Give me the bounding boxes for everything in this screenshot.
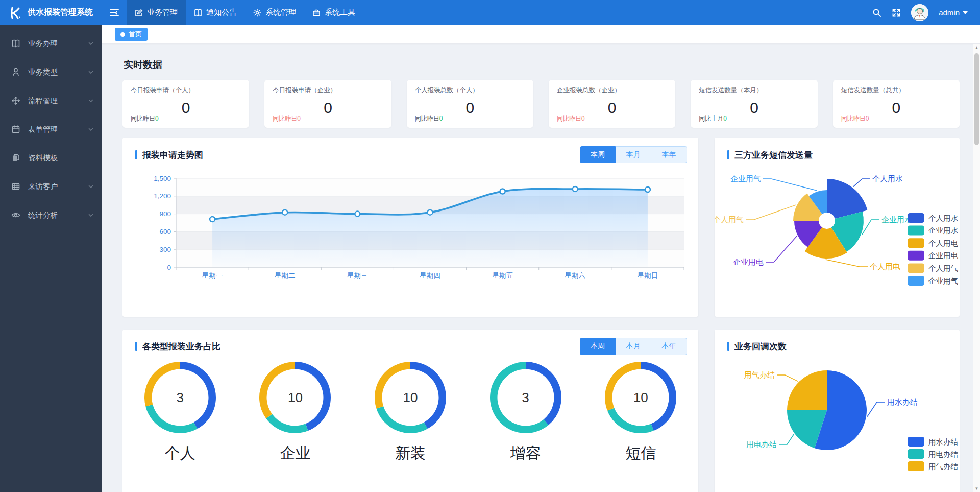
donut-enterprise: 10 企业 [257,359,333,464]
stat-card-footer: 同比昨日0 [273,114,301,123]
legend-item[interactable]: 个人用电 [908,238,959,248]
donut-label: 短信 [602,443,679,464]
title-accent-bar [727,150,729,159]
app-title: 供水报装管理系统 [28,7,93,18]
pie-callout-label: 企业用电 [733,257,764,266]
tag-home[interactable]: 首页 [115,28,148,41]
range-month-button[interactable]: 本月 [616,146,651,163]
range-week-button[interactable]: 本周 [580,338,616,355]
legend-item[interactable]: 个人用气 [908,263,958,273]
sidebar-item-business-handling[interactable]: 业务办理 [0,29,102,58]
stat-card-value: 0 [699,99,809,116]
sidebar-item-business-type[interactable]: 业务类型 [0,58,102,86]
donut-center-value: 10 [372,359,449,436]
trend-range-toggle: 本周 本月 本年 [580,146,687,163]
stat-card-label: 短信发送数量（总共） [841,86,951,95]
person-icon [11,67,20,77]
sidebar-toggle[interactable] [102,0,127,25]
scrollbar-thumb[interactable] [974,53,979,145]
sidebar-item-label: 资料模板 [28,153,58,163]
svg-text:用电办结: 用电办结 [928,450,959,458]
pie-callout-label: 个人用气 [715,215,744,224]
page-scrollbar[interactable]: ▲ ▼ [973,44,980,492]
title-accent-bar [135,150,137,159]
donut-center-value: 3 [487,359,564,436]
stat-card-value: 0 [415,99,525,116]
legend-item[interactable]: 用气办结 [908,461,959,471]
sidebar-item-label: 来访客户 [28,182,58,192]
user-menu[interactable]: admin [939,8,968,17]
stat-card-label: 企业报装总数（企业） [557,86,667,95]
tab-system-tools[interactable]: 系统工具 [304,0,363,25]
legend-item[interactable]: 用水办结 [908,437,959,447]
tab-label: 系统工具 [325,8,355,17]
legend-item[interactable]: 用电办结 [908,449,959,459]
sms-rose-chart: 个人用水企业用水个人用电企业用电个人用气企业用气个人用水企业用水个人用电企业用电… [715,169,960,317]
donut-label: 新装 [372,443,449,464]
sidebar-item-statistics[interactable]: 统计分析 [0,201,102,229]
pie-callout-label: 个人用电 [870,262,900,271]
sidebar-item-process-management[interactable]: 流程管理 [0,86,102,115]
calendar-icon [11,125,20,134]
chevron-down-icon [88,40,94,46]
range-year-button[interactable]: 本年 [651,146,687,163]
svg-text:星期一: 星期一 [202,272,223,279]
scroll-down-icon[interactable]: ▼ [973,485,980,492]
scroll-up-icon[interactable]: ▲ [973,44,980,51]
legend-item[interactable]: 企业用电 [908,251,959,261]
title-accent-bar [135,342,137,351]
stat-card-label: 今日报装申请（企业） [273,86,383,95]
caret-down-icon [963,11,968,14]
svg-text:300: 300 [159,246,171,253]
stat-card-footer: 同比昨日0 [557,114,585,123]
sidebar-item-label: 流程管理 [28,96,58,106]
range-week-button[interactable]: 本周 [580,146,616,163]
menu-fold-icon [109,8,119,17]
tab-business-management[interactable]: 业务管理 [127,0,186,25]
type-ratio-panel-title: 各类型报装业务占比 [135,341,220,353]
pie-callout-label: 用气办结 [744,370,775,379]
svg-text:星期五: 星期五 [492,272,513,279]
tab-notice[interactable]: 通知公告 [186,0,245,25]
sidebar-item-document-template[interactable]: 资料模板 [0,144,102,172]
sidebar-item-form-management[interactable]: 表单管理 [0,115,102,144]
chevron-down-icon [88,212,94,218]
stat-card-footer: 同比昨日0 [415,114,443,123]
range-month-button[interactable]: 本月 [616,338,651,355]
legend-item[interactable]: 个人用水 [908,213,958,223]
chevron-down-icon [88,98,94,104]
user-avatar[interactable] [911,4,928,21]
svg-text:1,500: 1,500 [154,175,171,182]
svg-text:企业用电: 企业用电 [928,251,959,260]
tab-label: 系统管理 [265,8,296,17]
sidebar-item-visiting-customers[interactable]: 来访客户 [0,172,102,201]
svg-text:企业用水: 企业用水 [928,226,958,235]
callback-panel-title: 业务回调次数 [727,341,787,353]
tab-system-management[interactable]: 系统管理 [245,0,304,25]
range-year-button[interactable]: 本年 [651,338,687,355]
svg-text:个人用气: 个人用气 [928,264,958,272]
donut-sms: 10 短信 [602,359,679,464]
sidebar-item-label: 统计分析 [28,210,58,220]
top-navbar: 供水报装管理系统 业务管理 通知公告 [0,0,980,25]
svg-text:600: 600 [159,228,171,236]
donut-personal: 3 个人 [142,359,218,464]
gear-icon [253,9,261,17]
fullscreen-icon[interactable] [892,8,901,17]
donut-label: 企业 [257,443,333,464]
stat-card-label: 短信发送数量（本月） [699,86,809,95]
eye-icon [11,210,20,220]
svg-text:星期二: 星期二 [275,272,296,279]
svg-text:星期日: 星期日 [638,272,658,279]
pie-callout-label: 企业用气 [730,174,761,183]
stat-card-sms-month: 短信发送数量（本月） 0 同比上月0 [691,80,817,128]
svg-text:1,200: 1,200 [154,192,171,200]
trend-panel-title: 报装申请走势图 [135,149,203,161]
type-ratio-panel: 各类型报装业务占比 本周 本月 本年 3 个人 10 企业 [122,330,698,492]
legend-item[interactable]: 企业用水 [908,226,958,236]
stat-card-today-personal: 今日报装申请（个人） 0 同比昨日0 [122,80,249,128]
search-icon[interactable] [872,8,881,17]
pie-callout-label: 用水办结 [887,397,918,406]
legend-item[interactable]: 企业用气 [908,276,958,286]
pie-callout-label: 个人用水 [872,174,903,183]
